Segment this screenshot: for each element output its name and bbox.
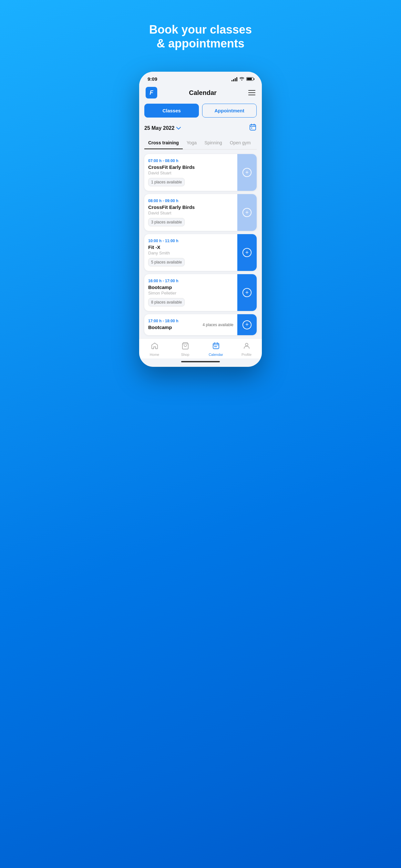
nav-profile[interactable]: Profile <box>237 342 256 356</box>
class-3-name: Fit -X <box>148 244 234 250</box>
calendar-icon-button[interactable] <box>249 123 257 133</box>
chevron-down-icon <box>176 126 181 131</box>
class-1-places: 1 places available <box>148 178 185 186</box>
bottom-nav: Home Shop Cale <box>139 338 262 359</box>
svg-rect-2 <box>213 343 219 349</box>
date-display: 25 May 2022 <box>144 125 174 131</box>
class-1-instructor: David Stuart <box>148 170 234 175</box>
svg-rect-1 <box>251 128 252 128</box>
app-logo: F <box>146 87 157 98</box>
status-time: 9:09 <box>148 76 157 82</box>
class-card-4: 16:00 h - 17:00 h Bootcamp Simon Pelleti… <box>144 274 257 311</box>
svg-rect-3 <box>214 346 215 347</box>
class-3-time: 10:00 h - 11:00 h <box>148 239 234 243</box>
class-3-book-button[interactable]: + <box>237 234 257 271</box>
class-card-2-body: 08:00 h - 09:00 h CrossFit Early Birds D… <box>144 194 237 231</box>
cat-tab-spinning[interactable]: Spinning <box>201 137 226 149</box>
nav-profile-label: Profile <box>242 352 251 356</box>
nav-home[interactable]: Home <box>145 342 164 356</box>
svg-rect-0 <box>250 125 256 130</box>
tab-classes[interactable]: Classes <box>144 104 199 118</box>
class-2-places: 3 places available <box>148 218 185 226</box>
plus-icon: + <box>243 320 251 330</box>
signal-icon <box>232 77 237 82</box>
svg-point-5 <box>245 343 248 346</box>
class-card-2: 08:00 h - 09:00 h CrossFit Early Birds D… <box>144 194 257 231</box>
class-2-instructor: David Stuart <box>148 211 234 215</box>
phone-shell: 9:09 F Calendar <box>139 72 262 367</box>
class-1-book-button[interactable]: + <box>237 154 257 191</box>
class-4-time: 16:00 h - 17:00 h <box>148 279 234 283</box>
class-4-places: 8 places available <box>148 298 185 306</box>
class-5-time: 17:00 h - 18:00 h <box>148 319 195 323</box>
profile-icon <box>243 342 251 352</box>
plus-icon: + <box>243 288 251 297</box>
date-row: 25 May 2022 <box>144 123 257 133</box>
class-3-places: 5 places available <box>148 258 185 267</box>
class-card-1: 07:00 h - 08:00 h CrossFit Early Birds D… <box>144 154 257 191</box>
nav-calendar-label: Calendar <box>209 352 223 356</box>
nav-home-label: Home <box>150 352 159 356</box>
class-list: 07:00 h - 08:00 h CrossFit Early Birds D… <box>144 154 257 338</box>
tab-row: Classes Appointment <box>144 104 257 118</box>
status-icons <box>232 76 253 82</box>
svg-rect-4 <box>216 346 217 347</box>
headline-line2: & appointments <box>157 37 244 50</box>
tab-appointment[interactable]: Appointment <box>202 104 257 118</box>
plus-icon: + <box>243 168 251 177</box>
home-bar <box>181 361 220 362</box>
class-card-4-body: 16:00 h - 17:00 h Bootcamp Simon Pelleti… <box>144 274 237 311</box>
class-card-3: 10:00 h - 11:00 h Fit -X Dany Smith 5 pl… <box>144 234 257 271</box>
cat-tab-open-gym[interactable]: Open gym <box>226 137 255 149</box>
nav-calendar[interactable]: Calendar <box>206 342 226 356</box>
nav-shop[interactable]: Shop <box>176 342 195 356</box>
class-2-time: 08:00 h - 09:00 h <box>148 198 234 203</box>
class-4-book-button[interactable]: + <box>237 274 257 311</box>
category-tabs: Cross training Yoga Spinning Open gym <box>144 137 257 150</box>
class-3-instructor: Dany Smith <box>148 251 234 255</box>
class-card-3-body: 10:00 h - 11:00 h Fit -X Dany Smith 5 pl… <box>144 234 237 271</box>
class-5-places: 4 places available <box>199 314 237 335</box>
menu-button[interactable] <box>248 90 255 95</box>
class-4-instructor: Simon Pelletier <box>148 290 234 296</box>
battery-icon <box>246 77 253 81</box>
headline: Book your classes & appointments <box>149 16 252 62</box>
app-header: F Calendar <box>139 84 262 104</box>
class-2-name: CrossFit Early Birds <box>148 205 234 210</box>
date-selector[interactable]: 25 May 2022 <box>144 125 181 131</box>
cat-tab-cross-training[interactable]: Cross training <box>144 137 183 149</box>
class-1-name: CrossFit Early Birds <box>148 164 234 170</box>
status-bar: 9:09 <box>139 72 262 84</box>
class-4-name: Bootcamp <box>148 284 234 290</box>
plus-icon: + <box>243 208 251 217</box>
nav-shop-label: Shop <box>181 352 189 356</box>
calendar-nav-icon <box>212 342 220 352</box>
class-card-5: 17:00 h - 18:00 h Bootcamp 4 places avai… <box>144 314 257 335</box>
class-card-1-body: 07:00 h - 08:00 h CrossFit Early Birds D… <box>144 154 237 191</box>
class-5-book-button[interactable]: + <box>237 314 257 335</box>
page-title: Calendar <box>189 89 217 97</box>
app-content: Classes Appointment 25 May 2022 <box>139 104 262 338</box>
plus-icon: + <box>243 248 251 257</box>
wifi-icon <box>239 76 244 82</box>
home-icon <box>151 342 158 352</box>
shop-icon <box>181 342 189 352</box>
class-1-time: 07:00 h - 08:00 h <box>148 159 234 163</box>
headline-line1: Book your classes <box>149 23 252 36</box>
class-2-book-button[interactable]: + <box>237 194 257 231</box>
class-card-5-body: 17:00 h - 18:00 h Bootcamp <box>144 314 199 335</box>
class-5-name: Bootcamp <box>148 324 195 330</box>
cat-tab-yoga[interactable]: Yoga <box>183 137 201 149</box>
home-indicator <box>139 359 262 367</box>
